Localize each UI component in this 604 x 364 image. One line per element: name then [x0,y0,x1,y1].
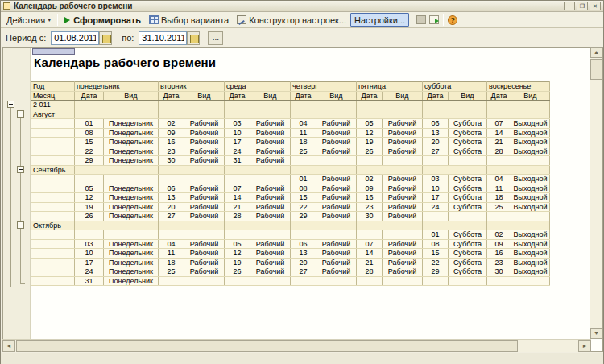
group-tree-line [20,118,21,284]
bottom-strip [1,353,603,364]
settings-button[interactable]: Настройки... [350,13,409,27]
kind-cell: Выходной [511,239,550,249]
date-cell: 10 [423,184,449,193]
kind-cell: Рабочий [184,193,225,203]
scroll-down-button[interactable]: ▼ [590,328,602,339]
date-cell [423,212,449,221]
scroll-left-button[interactable]: ◄ [2,340,15,352]
vertical-scroll-thumb[interactable] [590,59,602,80]
kind-cell: Выходной [511,202,550,212]
date-cell: 18 [159,258,184,267]
report-area: Календарь рабочего времени Годпонедельни… [2,47,603,352]
kind-cell: Рабочий [250,202,291,212]
kind-cell: Рабочий [316,258,357,267]
kind-cell: Рабочий [184,147,225,156]
vertical-scrollbar[interactable]: ▲ ▼ [590,47,602,339]
date-cell: 10 [225,128,250,138]
choose-variant-button[interactable]: Выбор варианта [145,13,233,27]
kind-cell: Рабочий [184,267,225,277]
week-row: 29Понедельник30Рабочий31Рабочий [31,156,550,166]
restore-button[interactable]: ❐ [577,2,588,10]
date-cell: 13 [159,193,184,203]
month-name: Октябрь [31,221,75,230]
date-cell: 12 [357,128,383,138]
date-cell: 02 [357,175,383,184]
week-row: 15Понедельник16Рабочий17Рабочий18Рабочий… [31,138,550,147]
date-cell: 09 [487,239,511,249]
kind-cell: Выходной [511,184,550,193]
kind-cell: Понедельник [104,138,159,147]
empty-cell [357,165,423,175]
date-cell: 31 [225,156,250,166]
kind-cell: Рабочий [250,138,291,147]
kind-cell: Рабочий [316,267,357,277]
report-toolbar: Действия ▾ Сформировать Выбор варианта К… [1,12,603,28]
kind-cell: Рабочий [250,184,291,193]
kind-cell: Выходной [511,128,550,138]
date-cell [487,156,511,166]
kind-cell: Рабочий [316,175,357,184]
empty-cell [423,165,487,175]
date-cell: 25 [291,147,316,156]
kind-cell: Рабочий [316,249,357,259]
date-cell [225,276,250,286]
help-button[interactable]: ? [446,13,459,27]
date-cell [357,230,383,240]
kind-cell: Понедельник [104,156,159,166]
kind-cell: Суббота [449,239,487,249]
scroll-up-button[interactable]: ▲ [590,47,602,58]
week-row: 10Понедельник11Рабочий12Рабочий13Рабочий… [31,249,550,259]
date-subheader: Дата [225,91,250,101]
date-cell: 04 [487,175,511,184]
kind-subheader: Вид [383,91,423,101]
scroll-right-button[interactable]: ► [578,340,591,352]
actions-label: Действия [6,15,45,25]
date-cell: 26 [225,267,250,277]
period-from-input[interactable] [51,31,99,45]
actions-menu-button[interactable]: Действия ▾ [2,13,55,27]
date-cell [487,212,511,221]
kind-cell: Выходной [511,119,550,129]
calendar-icon[interactable] [99,31,112,45]
kind-cell: Понедельник [104,184,159,193]
date-cell [159,175,184,184]
horizontal-scrollbar[interactable]: ◄ ► [2,339,591,352]
date-subheader: Дата [357,91,383,101]
kind-cell: Понедельник [104,258,159,267]
export-button[interactable] [428,13,441,27]
calendar-icon[interactable] [187,31,200,45]
variant-grid-icon [149,15,159,24]
date-cell: 04 [159,239,184,249]
date-cell: 23 [487,258,511,267]
kind-cell: Рабочий [250,212,291,221]
kind-cell: Рабочий [250,249,291,259]
collapse-year-button[interactable] [7,101,14,108]
period-more-button[interactable]: ... [208,31,223,45]
collapse-month-button[interactable] [17,110,24,118]
table-subheader-row: МесяцДатаВидДатаВидДатаВидДатаВидДатаВид… [31,91,550,101]
fix-table-button[interactable] [415,13,428,27]
week-row: 19Понедельник20Рабочий21Рабочий22Рабочий… [31,202,550,212]
period-to-input[interactable] [139,31,187,45]
date-cell [75,230,104,240]
collapse-month-button[interactable] [17,166,24,173]
group-tree-line [10,107,11,287]
generate-button[interactable]: Сформировать [60,13,145,27]
kind-cell: Суббота [449,128,487,138]
horizontal-scroll-thumb[interactable] [16,340,518,352]
window-title: Календарь рабочего времени [14,2,132,10]
year-row: 2 011 [31,101,550,110]
settings-constructor-button[interactable]: Конструктор настроек... [233,13,350,27]
date-cell: 26 [75,212,104,221]
collapse-month-button[interactable] [17,221,24,229]
date-cell: 29 [423,267,449,277]
minimize-button[interactable]: ─ [564,2,575,10]
date-cell: 29 [291,212,316,221]
kind-cell: Рабочий [383,202,423,212]
date-cell: 22 [75,147,104,156]
date-subheader: Дата [159,91,184,101]
date-cell: 13 [291,249,316,259]
kind-cell: Понедельник [104,276,159,286]
close-button[interactable]: ✕ [590,2,601,10]
kind-cell: Суббота [449,230,487,240]
